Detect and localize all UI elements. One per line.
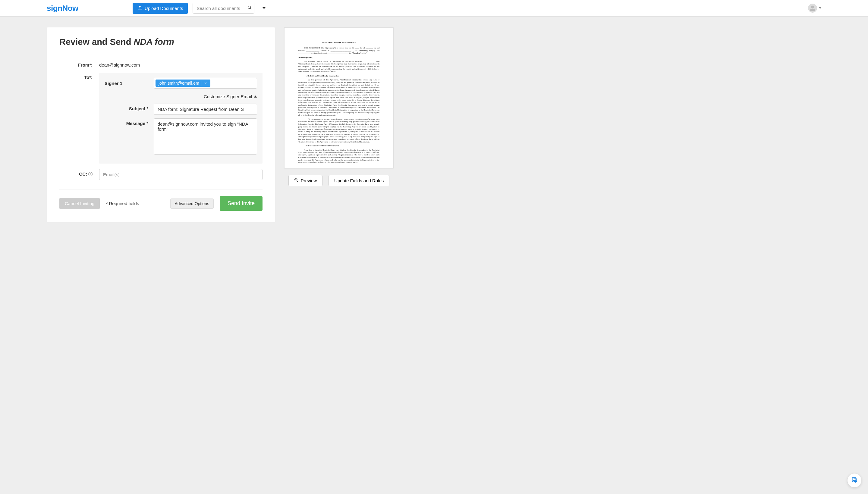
preview-actions: Preview Update Fields and Roles (289, 175, 390, 186)
doc-p5: From time to time, the Disclosing Party … (298, 149, 380, 164)
search-input[interactable] (192, 3, 254, 14)
cc-label: CC: (79, 171, 87, 176)
to-label: To*: (59, 73, 99, 80)
page-title: Review and Send NDA form (59, 37, 262, 47)
logo-sign: sign (47, 4, 62, 13)
doc-s1: 1. Definition of Confidential Informatio… (298, 75, 380, 77)
cancel-inviting-button[interactable]: Cancel Inviting (59, 198, 100, 209)
doc-p1b: "Receiving Party"). (298, 56, 380, 59)
update-fields-button[interactable]: Update Fields and Roles (329, 175, 389, 186)
subject-label: Subject * (105, 103, 148, 111)
right-column: NON-DISCLOSURE AGREEMENT THIS AGREEMENT … (284, 27, 394, 186)
main-card: Review and Send NDA form From*: dean@sig… (47, 27, 275, 222)
title-doc-name: NDA form (134, 37, 174, 47)
svg-point-0 (248, 6, 251, 9)
message-label: Message * (105, 118, 148, 126)
from-row: From*: dean@signnow.com (59, 60, 262, 68)
signer-row: Signer 1 john.smith@email.em × (105, 78, 257, 89)
doc-p4: (b) Notwithstanding anything in the fore… (298, 118, 380, 144)
cc-row: CC: ? (59, 169, 262, 180)
logo-now: Now (62, 4, 78, 13)
doc-s2: 2. Disclosure of Confidential Informatio… (298, 145, 380, 147)
signer-email-input[interactable]: john.smith@email.em × (154, 78, 257, 89)
top-bar: signNow Upload Documents (0, 0, 868, 17)
upload-documents-button[interactable]: Upload Documents (133, 3, 188, 14)
subject-row: Subject * (105, 103, 257, 115)
doc-title: NON-DISCLOSURE AGREEMENT (298, 42, 380, 44)
upload-icon (137, 5, 142, 11)
signer-block: Signer 1 john.smith@email.em × Customize… (99, 73, 262, 164)
footer-row: Cancel Inviting * Required fields Advanc… (59, 196, 262, 211)
customize-row: Customize Signer Email (105, 94, 257, 99)
header-center: Upload Documents (133, 3, 268, 14)
search-dropdown-toggle[interactable] (260, 3, 267, 14)
document-thumbnail[interactable]: NON-DISCLOSURE AGREEMENT THIS AGREEMENT … (284, 27, 394, 168)
to-row: To*: Signer 1 john.smith@email.em × Cust… (59, 73, 262, 164)
from-label: From*: (59, 60, 99, 68)
search-icon[interactable] (247, 5, 252, 11)
signer-label: Signer 1 (105, 81, 148, 86)
from-value: dean@signnow.com (99, 60, 262, 68)
advanced-options-button[interactable]: Advanced Options (170, 198, 214, 209)
footer-right: Advanced Options Send Invite (170, 196, 262, 211)
help-icon[interactable]: ? (88, 172, 93, 176)
doc-p3: (a) For purposes of this Agreement, "Con… (298, 79, 380, 116)
required-note: * Required fields (106, 201, 139, 206)
upload-label: Upload Documents (145, 6, 183, 11)
title-prefix: Review and Send (59, 37, 134, 47)
send-invite-button[interactable]: Send Invite (220, 196, 262, 211)
message-row: Message * dean@signnow.com invited you t… (105, 118, 257, 154)
logo[interactable]: signNow (47, 4, 78, 13)
email-chip: john.smith@email.em × (155, 79, 210, 87)
preview-button[interactable]: Preview (289, 175, 322, 186)
preview-label: Preview (301, 178, 317, 183)
email-chip-text: john.smith@email.em (159, 81, 202, 86)
avatar-icon (808, 4, 817, 13)
user-menu[interactable] (808, 4, 821, 13)
divider (59, 52, 262, 52)
customize-label: Customize Signer Email (204, 94, 252, 99)
customize-signer-email-toggle[interactable]: Customize Signer Email (204, 94, 257, 99)
chevron-up-icon (254, 95, 257, 98)
svg-point-1 (811, 6, 814, 8)
subject-input[interactable] (154, 103, 257, 115)
cc-label-wrap: CC: ? (59, 169, 99, 176)
remove-chip-icon[interactable]: × (202, 81, 208, 86)
message-textarea[interactable]: dean@signnow.com invited you to sign "ND… (154, 118, 257, 154)
page-wrap: Review and Send NDA form From*: dean@sig… (0, 17, 868, 233)
search-wrap (192, 3, 254, 14)
chevron-down-icon (819, 7, 821, 10)
doc-p1: THIS AGREEMENT (the "Agreement") is ente… (298, 47, 380, 54)
cc-input[interactable] (99, 169, 262, 180)
zoom-in-icon (294, 178, 298, 183)
doc-p2: The Recipient hereto desires to particip… (298, 60, 380, 73)
